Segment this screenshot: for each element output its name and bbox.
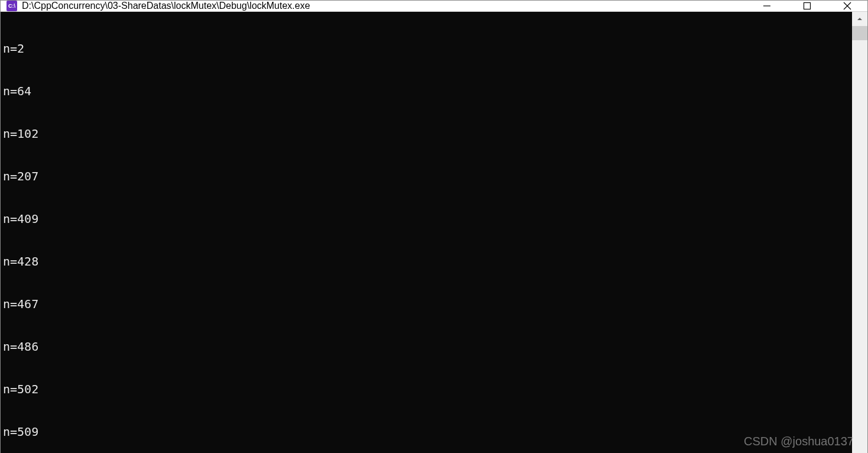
- console-line: n=467: [3, 297, 850, 311]
- maximize-button[interactable]: [787, 1, 827, 11]
- minimize-button[interactable]: [747, 1, 787, 11]
- window-controls: [747, 1, 867, 11]
- console-line: n=486: [3, 339, 850, 354]
- console-line: n=409: [3, 212, 850, 226]
- minimize-icon: [763, 2, 771, 10]
- vertical-scrollbar[interactable]: [852, 12, 867, 453]
- svg-rect-1: [804, 3, 811, 9]
- scrollbar-track[interactable]: [852, 26, 867, 453]
- console-output[interactable]: n=2 n=64 n=102 n=207 n=409 n=428 n=467 n…: [1, 12, 852, 453]
- titlebar[interactable]: C:\ D:\CppConcurrency\03-ShareDatas\lock…: [1, 1, 867, 12]
- window-title: D:\CppConcurrency\03-ShareDatas\lockMute…: [22, 1, 747, 11]
- console-line: n=102: [3, 127, 850, 141]
- app-icon: C:\: [7, 1, 17, 11]
- console-area: n=2 n=64 n=102 n=207 n=409 n=428 n=467 n…: [1, 12, 867, 453]
- maximize-icon: [803, 2, 811, 10]
- scrollbar-thumb[interactable]: [852, 26, 867, 40]
- console-line: n=64: [3, 84, 850, 98]
- console-line: n=509: [3, 425, 850, 439]
- close-icon: [843, 2, 851, 10]
- console-line: n=428: [3, 254, 850, 268]
- console-line: n=207: [3, 169, 850, 183]
- console-line: n=502: [3, 382, 850, 396]
- chevron-up-icon: [857, 16, 863, 22]
- console-window: C:\ D:\CppConcurrency\03-ShareDatas\lock…: [0, 0, 868, 453]
- console-line: n=2: [3, 41, 850, 56]
- close-button[interactable]: [827, 1, 867, 11]
- scroll-up-button[interactable]: [852, 12, 867, 26]
